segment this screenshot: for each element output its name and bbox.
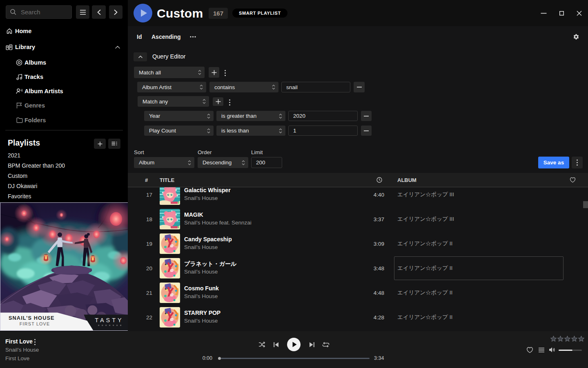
svg-text:SNAIL’S HOUSE: SNAIL’S HOUSE — [9, 315, 55, 321]
svg-text:TASTY: TASTY — [95, 317, 123, 323]
svg-text:FIRST LOVE: FIRST LOVE — [20, 321, 50, 326]
